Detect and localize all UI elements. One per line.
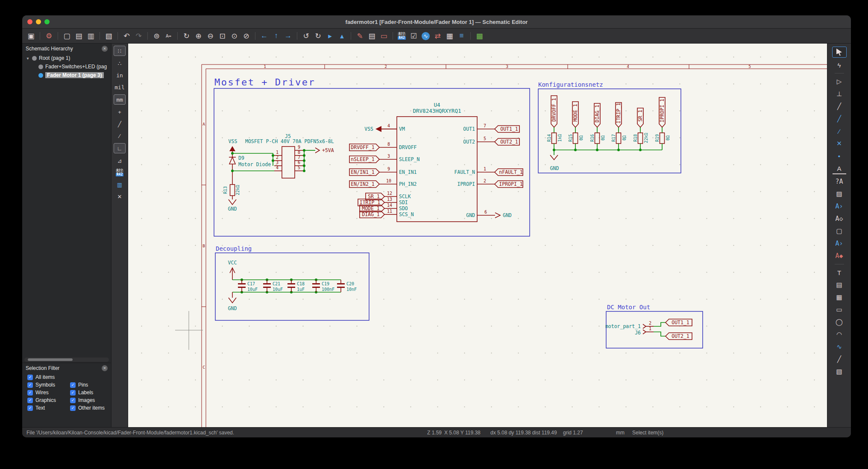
capacitor-c17[interactable]: C17 10uF: [238, 280, 258, 292]
filter-labels[interactable]: ✓ Labels: [70, 390, 111, 396]
add-global-label-icon[interactable]: A›: [833, 201, 846, 211]
add-power-symbol-icon[interactable]: ⊥: [833, 89, 846, 99]
paste-icon[interactable]: ▧: [103, 31, 114, 41]
checkbox-checked-icon[interactable]: ✓: [70, 398, 76, 403]
selection-filter-close-icon[interactable]: ✕: [102, 365, 108, 371]
simulator-icon[interactable]: ∿: [420, 31, 431, 41]
u4-output-labels[interactable]: OUT1_1 OUT2_1 nFAULT_1 IPROPI_1: [495, 126, 523, 188]
filter-all-items[interactable]: ✓ All items: [27, 374, 111, 380]
save-icon[interactable]: ▣: [26, 31, 36, 41]
add-text-icon[interactable]: T: [833, 267, 846, 278]
symbol-fields-table-icon[interactable]: ▦: [444, 31, 455, 41]
hierarchy-hscrollbar[interactable]: [24, 358, 109, 362]
filter-symbols[interactable]: ✓ Symbols: [27, 382, 70, 388]
vcc-power-symbol[interactable]: VCC: [228, 260, 237, 280]
page-settings-icon[interactable]: ▢: [62, 31, 72, 41]
add-textbox-icon[interactable]: ▤: [833, 280, 846, 290]
j5-connector[interactable]: J5 MOSFET P-CH 40V 70A PDFN5x6-8L 1: [245, 133, 334, 178]
add-bezier-icon[interactable]: ∿: [833, 342, 846, 352]
schematic-setup-icon[interactable]: ⚙: [44, 31, 54, 41]
select-tool-icon[interactable]: [832, 47, 847, 58]
nav-up-icon[interactable]: ↑: [271, 31, 282, 41]
checkbox-checked-icon[interactable]: ✓: [70, 382, 76, 388]
schematic-canvas[interactable]: 1 2 3 4 5 A B C Mosfet + Driver: [128, 44, 827, 427]
add-sheet-pin-icon[interactable]: A›: [833, 238, 846, 249]
zoom-out-icon[interactable]: ⊖: [205, 31, 216, 41]
crosshair-cursor-icon[interactable]: +: [114, 107, 125, 117]
j6-pin-1[interactable]: 1 OUT2_1: [643, 326, 692, 340]
section-dc-motor-out[interactable]: DC Motor Out motor_part_1 J6 2 OUT1_1: [605, 304, 703, 348]
show-hidden-pins-icon[interactable]: ▥: [114, 180, 125, 189]
u4-input-labels[interactable]: DRVOFF_1 nSLEEP_1 EN/IN1_1 EN/IN2_1 SR_1…: [349, 144, 384, 218]
checkbox-checked-icon[interactable]: ✓: [27, 390, 33, 396]
plot-icon[interactable]: ▥: [85, 31, 96, 41]
checkbox-checked-icon[interactable]: ✓: [27, 405, 33, 411]
capacitor-c21[interactable]: C21 10uF: [263, 280, 283, 292]
undo-icon[interactable]: ↶: [121, 31, 132, 41]
add-sheet-icon[interactable]: ▢: [833, 226, 846, 236]
hierarchy-close-icon[interactable]: ✕: [102, 46, 108, 52]
rotate-cw-icon[interactable]: ↻: [313, 31, 323, 41]
units-mm-button[interactable]: mm: [114, 94, 126, 105]
add-line-icon[interactable]: ╱: [833, 354, 846, 364]
wire-mode-90deg-icon[interactable]: ∟: [114, 143, 126, 153]
add-bus-icon[interactable]: ╱: [833, 114, 846, 124]
refresh-icon[interactable]: ↻: [181, 31, 192, 41]
checkbox-checked-icon[interactable]: ✓: [27, 375, 33, 380]
gnd-power-symbol[interactable]: GND: [228, 292, 237, 311]
units-mils-button[interactable]: mil: [114, 82, 125, 92]
add-no-connect-icon[interactable]: ✕: [833, 138, 846, 149]
capacitor-c19[interactable]: C19 100nF: [312, 280, 334, 292]
chevron-down-icon[interactable]: ▾: [26, 56, 30, 61]
delete-tool-icon[interactable]: ✕: [114, 192, 125, 201]
bom-export-icon[interactable]: ≡: [456, 31, 467, 41]
filter-images[interactable]: ✓ Images: [70, 397, 111, 403]
find-icon[interactable]: ⊚: [151, 31, 162, 41]
u4-driver-ic[interactable]: U4 DRV8243HQRXYRQ1: [379, 102, 495, 222]
zoom-objects-icon[interactable]: ⊙: [229, 31, 240, 41]
grid-visibility-icon[interactable]: ∷: [114, 46, 126, 56]
tree-item-fader-motor-1[interactable]: Fader Motor 1 (page 3): [22, 71, 111, 79]
filter-wires[interactable]: ✓ Wires: [27, 390, 70, 396]
zoom-in-icon[interactable]: ⊕: [193, 31, 204, 41]
find-replace-icon[interactable]: A↔: [163, 31, 174, 41]
close-window-button[interactable]: [27, 19, 32, 24]
vss-power-at-vm[interactable]: VSS: [364, 126, 397, 132]
filter-graphics[interactable]: ✓ Graphics: [27, 397, 70, 403]
konfig-column[interactable]: DRVOFF_1 R14 1kΩ: [547, 96, 562, 150]
filter-text[interactable]: ✓ Text: [27, 405, 70, 411]
d9-diode[interactable]: D9 Motor Diode: [229, 153, 271, 171]
add-rule-area-icon[interactable]: ▨: [833, 189, 846, 199]
checkbox-checked-icon[interactable]: ✓: [70, 390, 76, 396]
nav-back-icon[interactable]: ←: [259, 31, 270, 41]
vss-power-symbol[interactable]: VSS: [229, 138, 238, 153]
hscrollbar-thumb[interactable]: [28, 358, 73, 361]
filter-pins[interactable]: ✓ Pins: [70, 382, 111, 388]
add-hierarchical-label-icon[interactable]: A◇: [833, 214, 846, 224]
section-mosfet-driver[interactable]: Mosfet + Driver J5 MOSFET P-CH 40V 70A P…: [214, 77, 530, 236]
add-net-label-icon[interactable]: A: [833, 163, 846, 174]
checkbox-checked-icon[interactable]: ✓: [27, 382, 33, 388]
konfig-gnd-bus[interactable]: GND: [550, 149, 662, 171]
capacitor-c20[interactable]: C20 10nF: [337, 280, 357, 292]
konfig-column[interactable]: MODE_1 R15 0Ω: [568, 102, 584, 150]
tree-item-fader-switches-led[interactable]: Fader+Switches+LED (pag: [22, 62, 111, 71]
rotate-ccw-icon[interactable]: ↺: [301, 31, 311, 41]
checkbox-checked-icon[interactable]: ✓: [27, 398, 33, 403]
annotate-automatically-icon[interactable]: R?? R42: [114, 168, 125, 177]
wire-mode-free-angle-icon[interactable]: ╱: [114, 119, 125, 129]
konfig-column[interactable]: DIAG_1 R16 0Ω: [590, 103, 605, 150]
minimize-window-button[interactable]: [36, 19, 41, 24]
zoom-fit-icon[interactable]: ⊡: [217, 31, 228, 41]
highlight-net-icon[interactable]: ϟ: [833, 60, 846, 70]
zoom-window-button[interactable]: [44, 19, 50, 24]
erc-icon[interactable]: ☑: [408, 31, 419, 41]
checkbox-checked-icon[interactable]: ✓: [70, 405, 76, 411]
symbol-library-browser-icon[interactable]: ▤: [367, 31, 377, 41]
redo-icon[interactable]: ↷: [133, 31, 144, 41]
capacitor-c18[interactable]: C18 1uF: [287, 280, 305, 292]
footprint-editor-icon[interactable]: ▭: [378, 31, 389, 41]
grid-overrides-icon[interactable]: ∴: [114, 59, 125, 68]
print-icon[interactable]: ▤: [73, 31, 84, 41]
edit-symbol-icon[interactable]: ✎: [355, 31, 365, 41]
